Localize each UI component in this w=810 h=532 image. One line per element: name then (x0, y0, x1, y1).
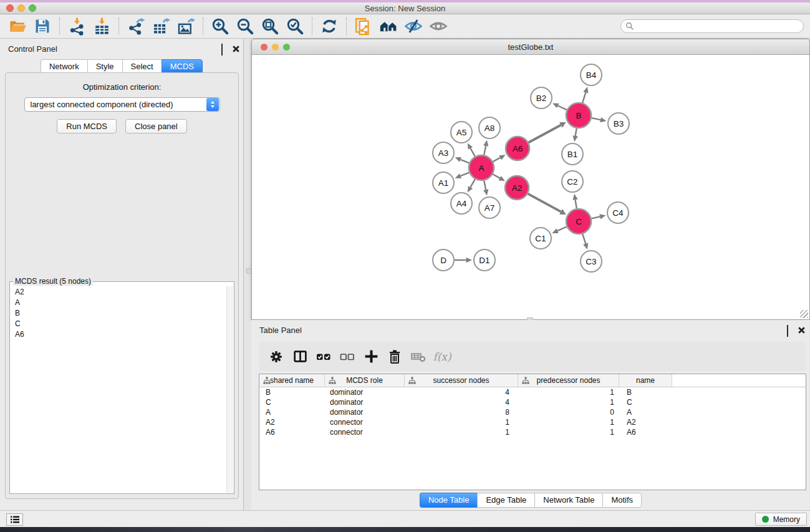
main-titlebar: Session: New Session (0, 2, 810, 14)
run-mcds-button[interactable]: Run MCDS (57, 119, 117, 133)
graph-node-label: A6 (513, 144, 523, 153)
refresh-button[interactable] (319, 16, 340, 36)
graph-node[interactable]: D1 (474, 249, 495, 271)
float-panel-icon[interactable] (787, 326, 795, 334)
function-builder-button[interactable]: f(x) (431, 346, 453, 368)
add-button[interactable] (360, 346, 382, 368)
graph-node[interactable]: A7 (479, 197, 500, 218)
mcds-result-item[interactable]: A6 (11, 329, 226, 339)
graph-node[interactable]: C3 (581, 251, 602, 272)
tab-node-table[interactable]: Node Table (420, 493, 478, 508)
mcds-result-item[interactable]: A (11, 297, 226, 307)
graph-node[interactable]: B (566, 103, 591, 128)
table-cell: connector (325, 427, 405, 437)
table-cell: 1 (518, 387, 619, 397)
export-table-button[interactable] (150, 16, 171, 36)
column-header-predecessor-nodes[interactable]: predecessor nodes (518, 374, 619, 387)
column-header-mcds-role[interactable]: MCDS role (325, 374, 405, 387)
graph-edge (529, 125, 561, 142)
table-cell: dominator (325, 387, 405, 397)
graph-edge-arrowhead (572, 194, 577, 200)
table-cell: 4 (405, 387, 518, 397)
graph-node[interactable]: D (433, 249, 454, 271)
optimization-criterion-dropdown[interactable]: largest connected component (directed) (24, 97, 220, 112)
graph-edge-arrowhead (573, 135, 578, 142)
graph-node-label: A4 (456, 199, 467, 208)
graph-node[interactable]: A3 (433, 142, 454, 163)
delete-button[interactable] (383, 346, 406, 368)
houses-button[interactable] (378, 16, 399, 36)
graph-node[interactable]: A1 (433, 172, 454, 193)
graph-node[interactable]: B4 (581, 64, 602, 85)
network-from-document-button[interactable] (353, 16, 374, 36)
export-image-button[interactable] (175, 16, 196, 36)
graph-node[interactable]: A6 (506, 137, 529, 160)
close-panel-icon[interactable] (232, 44, 240, 52)
tab-motifs[interactable]: Motifs (602, 493, 642, 508)
mcds-result-list[interactable]: A2ABCA6 (11, 286, 226, 493)
import-table-button[interactable] (91, 16, 112, 36)
graph-edge-arrowhead (483, 140, 488, 147)
table-row[interactable]: Cdominator41C (259, 397, 806, 407)
memory-button[interactable]: Memory (755, 513, 807, 526)
graph-node[interactable]: C4 (607, 202, 629, 223)
toolbar-separator (118, 17, 119, 35)
zoom-out-button[interactable] (234, 16, 256, 36)
tab-network-table[interactable]: Network Table (534, 493, 602, 508)
import-network-button[interactable] (66, 16, 87, 36)
float-panel-icon[interactable] (221, 44, 229, 52)
zoom-in-button[interactable] (210, 16, 231, 36)
close-panel-icon[interactable] (798, 326, 806, 334)
mcds-result-item[interactable]: B (11, 307, 226, 318)
graph-node[interactable]: B3 (608, 113, 629, 134)
save-session-button[interactable] (32, 16, 53, 36)
graph-edge (558, 105, 567, 110)
deselect-all-checkboxes-button[interactable] (336, 346, 359, 368)
table-row[interactable]: A6connector11A6 (259, 427, 806, 437)
column-header-name[interactable]: name (619, 374, 672, 387)
graph-node[interactable]: B1 (562, 143, 583, 165)
mcds-result-title: MCDS result (5 nodes) (13, 277, 93, 286)
graph-node[interactable]: C (566, 209, 591, 234)
window-resize-grip[interactable] (800, 310, 808, 318)
table-settings-button[interactable] (265, 346, 287, 368)
network-window-titlebar[interactable]: testGlobe.txt (252, 39, 809, 55)
hide-eye-button[interactable] (403, 16, 424, 36)
task-history-button[interactable] (6, 513, 23, 526)
column-header-shared-name[interactable]: shared name (259, 374, 325, 387)
graph-node[interactable]: A2 (505, 176, 529, 200)
graph-node-label: A1 (438, 178, 449, 188)
table-row[interactable]: A2connector11A2 (259, 417, 806, 427)
column-header-successor-nodes[interactable]: successor nodes (405, 374, 518, 387)
graph-node[interactable]: C1 (530, 228, 551, 249)
delete-table-button[interactable] (407, 346, 430, 368)
graph-node[interactable]: C2 (562, 171, 583, 192)
graph-node[interactable]: A4 (451, 193, 472, 214)
tab-edge-table[interactable]: Edge Table (477, 493, 534, 508)
search-input[interactable] (634, 21, 803, 32)
mcds-result-item[interactable]: C (11, 318, 226, 329)
document-network-icon (354, 17, 373, 36)
result-scrollbar[interactable] (226, 286, 233, 493)
graph-node-label: C (576, 217, 582, 226)
table-row[interactable]: Adominator80A (259, 407, 806, 417)
graph-node[interactable]: A8 (479, 117, 500, 138)
show-eye-button[interactable] (428, 16, 449, 36)
close-panel-button[interactable]: Close panel (125, 119, 187, 133)
graph-node[interactable]: A (469, 155, 494, 180)
zoom-fit-button[interactable] (259, 16, 281, 36)
graph-node[interactable]: B2 (531, 87, 552, 109)
split-columns-button[interactable] (289, 346, 311, 368)
table-row[interactable]: Bdominator41B (259, 387, 806, 397)
splitter-grip-vertical[interactable] (246, 268, 251, 274)
search-field[interactable] (620, 19, 804, 33)
table-cell: 0 (518, 407, 619, 417)
open-session-button[interactable] (7, 16, 28, 36)
zoom-selected-button[interactable] (284, 16, 306, 36)
mcds-result-item[interactable]: A2 (11, 286, 226, 297)
select-all-checkboxes-button[interactable] (312, 346, 335, 368)
network-canvas[interactable]: B4B2BB3A5A8A6B1A3AC2A1A2A4A7C4CC1C3DD1 (252, 55, 809, 319)
graph-node[interactable]: A5 (451, 122, 472, 143)
dropdown-stepper-icon (206, 98, 219, 111)
export-network-button[interactable] (125, 16, 147, 36)
